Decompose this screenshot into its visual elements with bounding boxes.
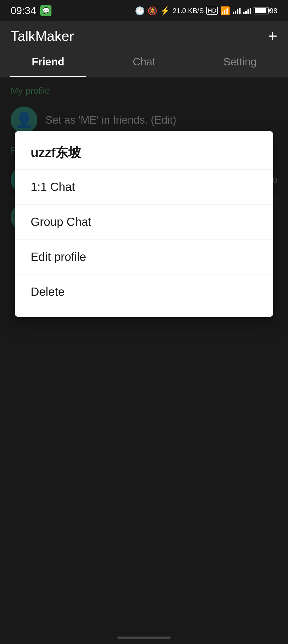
signal-4g-icon <box>233 7 241 14</box>
signal-5g-icon <box>243 7 251 14</box>
status-bar: 09:34 💬 🕐 🔕 ⚡ 21.0 KB/S HD 📶 <box>0 0 288 21</box>
battery-level: 98 <box>270 7 277 15</box>
message-icon: 💬 <box>40 5 51 16</box>
status-right-icons: 🕐 🔕 ⚡ 21.0 KB/S HD 📶 <box>135 6 277 15</box>
menu-item-delete[interactable]: Delete <box>15 274 273 309</box>
context-menu: uzzf东坡 1:1 Chat Group Chat Edit profile … <box>15 131 273 317</box>
menu-item-edit-profile[interactable]: Edit profile <box>15 239 273 274</box>
tab-friend[interactable]: Friend <box>0 51 96 77</box>
wifi-icon: 📶 <box>220 6 230 15</box>
menu-item-one-to-one-chat[interactable]: 1:1 Chat <box>15 170 273 204</box>
battery-indicator: 98 <box>254 7 277 15</box>
main-content: My profile 👤 Set as 'ME' in friends. (Ed… <box>0 77 288 644</box>
hd-badge: HD <box>206 7 218 15</box>
menu-item-group-chat[interactable]: Group Chat <box>15 205 273 239</box>
status-time: 09:34 <box>11 5 36 17</box>
tab-chat[interactable]: Chat <box>96 51 192 77</box>
mute-icon: 🔕 <box>147 6 157 15</box>
add-button[interactable]: + <box>268 28 277 44</box>
alarm-icon: 🕐 <box>135 6 145 15</box>
app-title: TalkMaker <box>11 28 74 44</box>
tab-setting[interactable]: Setting <box>192 51 288 77</box>
bluetooth-icon: ⚡ <box>160 6 170 15</box>
context-menu-title: uzzf东坡 <box>15 139 273 169</box>
data-speed: 21.0 KB/S <box>173 7 204 15</box>
app-header: TalkMaker + <box>0 21 288 51</box>
tab-bar: Friend Chat Setting <box>0 51 288 77</box>
